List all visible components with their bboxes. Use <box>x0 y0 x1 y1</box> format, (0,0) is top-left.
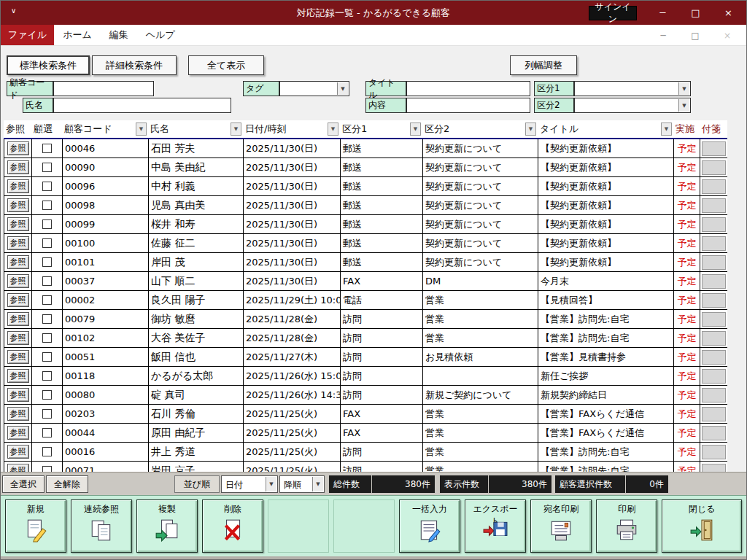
menu-help[interactable]: ヘルプ <box>137 25 184 45</box>
maximize-icon[interactable]: □ <box>679 1 712 25</box>
reference-button[interactable]: 参照 <box>7 217 29 231</box>
reference-button[interactable]: 参照 <box>7 445 29 459</box>
header-title[interactable]: タイトル▼ <box>538 120 673 138</box>
toolbar-button-address-print[interactable]: 宛名印刷 <box>530 499 592 553</box>
sticky-note-button[interactable] <box>702 217 726 232</box>
table-row[interactable]: 参照 00090 中島 美由紀 2025/11/30(日) 郵送 契約更新につい… <box>4 158 727 177</box>
sticky-note-button[interactable] <box>702 350 726 365</box>
chevron-down-icon[interactable]: ▼ <box>266 477 276 491</box>
filter-dropdown-icon[interactable]: ▼ <box>231 122 241 136</box>
filter-dropdown-icon[interactable]: ▼ <box>525 122 536 136</box>
table-row[interactable]: 参照 00101 岸田 茂 2025/11/30(日) 郵送 契約更新について … <box>4 253 727 272</box>
table-row[interactable]: 参照 00080 碇 真司 2025/11/26(水) 14:30 訪問 新規ご… <box>4 386 727 405</box>
sticky-note-button[interactable] <box>702 464 726 472</box>
toolbar-button-export[interactable]: エクスポート <box>465 499 526 553</box>
row-checkbox[interactable] <box>42 201 52 210</box>
toolbar-button-duplicate[interactable]: 複製 <box>136 499 198 553</box>
table-row[interactable]: 参照 00203 石川 秀倫 2025/11/25(火) FAX 営業 【営業】… <box>4 405 727 424</box>
sort-direction-combo[interactable]: 降順 ▼ <box>279 475 325 493</box>
sticky-note-button[interactable] <box>702 445 726 459</box>
table-row[interactable]: 参照 00100 佐藤 征二 2025/11/30(日) 郵送 契約更新について… <box>4 234 727 253</box>
row-checkbox[interactable] <box>42 276 52 286</box>
show-all-button[interactable]: 全て表示 <box>188 55 264 75</box>
close-icon[interactable]: × <box>712 1 745 25</box>
chevron-down-icon[interactable]: ▼ <box>337 82 348 95</box>
select-all-button[interactable]: 全選択 <box>2 475 44 493</box>
table-row[interactable]: 参照 00096 中村 利義 2025/11/30(日) 郵送 契約更新について… <box>4 177 727 196</box>
table-row[interactable]: 参照 00016 井上 秀道 2025/11/25(火) 訪問 営業 【営業】訪… <box>4 443 727 462</box>
customer-code-input[interactable] <box>53 81 154 96</box>
header-category1[interactable]: 区分1▼ <box>340 120 422 138</box>
toolbar-button-print[interactable]: 印刷 <box>596 499 657 553</box>
toolbar-button-delete[interactable]: 削除 <box>202 499 263 553</box>
reference-button[interactable]: 参照 <box>7 198 29 212</box>
row-checkbox[interactable] <box>42 428 52 438</box>
sticky-note-button[interactable] <box>702 312 726 327</box>
toolbar-button-continuous-reference[interactable]: 連続参照 <box>71 499 132 553</box>
row-checkbox[interactable] <box>42 163 52 172</box>
table-row[interactable]: 参照 00071 岩田 京子 2025/11/25(火) 訪問 営業 【営業】訪… <box>4 462 727 472</box>
sticky-note-button[interactable] <box>702 160 726 175</box>
header-customer-code[interactable]: 顧客コード▼ <box>62 120 148 138</box>
chevron-down-icon[interactable]: ▼ <box>678 99 689 112</box>
reference-button[interactable]: 参照 <box>7 464 29 472</box>
sticky-note-button[interactable] <box>702 426 726 440</box>
sticky-note-button[interactable] <box>702 179 726 194</box>
toolbar-button-batch-input[interactable]: 一括入力 <box>399 499 460 553</box>
reference-button[interactable]: 参照 <box>7 426 29 440</box>
row-checkbox[interactable] <box>42 352 52 362</box>
row-checkbox[interactable] <box>42 409 52 419</box>
reference-button[interactable]: 参照 <box>7 274 29 288</box>
filter-dropdown-icon[interactable]: ▼ <box>661 122 672 136</box>
ribbon-restore-icon[interactable]: □ <box>679 25 711 46</box>
table-row[interactable]: 参照 00099 桜井 和寿 2025/11/30(日) 郵送 契約更新について… <box>4 215 727 234</box>
sticky-note-button[interactable] <box>702 388 726 402</box>
sticky-note-button[interactable] <box>702 274 726 289</box>
chevron-down-icon[interactable]: ▼ <box>312 477 323 491</box>
category2-combo[interactable]: ▼ <box>574 98 691 113</box>
content-input[interactable] <box>406 98 530 113</box>
title-input[interactable] <box>406 81 530 96</box>
row-checkbox[interactable] <box>42 333 52 343</box>
sticky-note-button[interactable] <box>702 331 726 346</box>
signin-button[interactable]: サインイン <box>589 6 637 20</box>
filter-dropdown-icon[interactable]: ▼ <box>328 122 338 136</box>
name-input[interactable] <box>53 98 231 113</box>
filter-dropdown-icon[interactable]: ▼ <box>410 122 421 136</box>
menu-file[interactable]: ファイル <box>1 25 54 45</box>
deselect-all-button[interactable]: 全解除 <box>46 475 88 493</box>
reference-button[interactable]: 参照 <box>7 388 29 402</box>
header-name[interactable]: 氏名▼ <box>148 120 243 138</box>
table-row[interactable]: 参照 00051 飯田 信也 2025/11/27(木) 訪問 お見積依頼 【営… <box>4 348 727 367</box>
row-checkbox[interactable] <box>42 390 52 400</box>
table-row[interactable]: 参照 00079 御坊 敏麿 2025/11/28(金) 訪問 営業 【営業】訪… <box>4 310 727 329</box>
table-row[interactable]: 参照 00037 山下 順二 2025/11/30(日) FAX DM 今月末 … <box>4 272 727 291</box>
chevron-down-icon[interactable]: ▼ <box>678 82 689 95</box>
column-width-button[interactable]: 列幅調整 <box>510 55 577 75</box>
row-checkbox[interactable] <box>42 314 52 324</box>
table-row[interactable]: 参照 00044 原田 由紀子 2025/11/25(火) FAX 営業 【営業… <box>4 424 727 443</box>
sticky-note-button[interactable] <box>702 369 726 384</box>
category1-combo[interactable]: ▼ <box>574 81 691 96</box>
reference-button[interactable]: 参照 <box>7 160 29 174</box>
sticky-note-button[interactable] <box>702 141 726 156</box>
ribbon-close-icon[interactable]: × <box>711 25 743 46</box>
reference-button[interactable]: 参照 <box>7 236 29 250</box>
table-row[interactable]: 参照 00002 良久田 陽子 2025/11/29(土) 10:00 電話 営… <box>4 291 727 310</box>
menu-home[interactable]: ホーム <box>54 25 101 45</box>
tag-combo[interactable]: ▼ <box>279 81 349 96</box>
table-row[interactable]: 参照 00102 大谷 美佐子 2025/11/28(金) 訪問 営業 【営業】… <box>4 329 727 348</box>
standard-search-button[interactable]: 標準検索条件 <box>7 55 90 75</box>
table-row[interactable]: 参照 00098 児島 真由美 2025/11/30(日) 郵送 契約更新につい… <box>4 196 727 215</box>
reference-button[interactable]: 参照 <box>7 179 29 193</box>
reference-button[interactable]: 参照 <box>7 331 29 345</box>
header-category2[interactable]: 区分2▼ <box>422 120 538 138</box>
minimize-icon[interactable]: ─ <box>646 1 679 25</box>
row-checkbox[interactable] <box>42 219 52 229</box>
row-checkbox[interactable] <box>42 371 52 381</box>
row-checkbox[interactable] <box>42 466 52 472</box>
sticky-note-button[interactable] <box>702 255 726 270</box>
filter-dropdown-icon[interactable]: ▼ <box>136 122 147 136</box>
menu-edit[interactable]: 編集 <box>101 25 137 45</box>
sticky-note-button[interactable] <box>702 198 726 213</box>
